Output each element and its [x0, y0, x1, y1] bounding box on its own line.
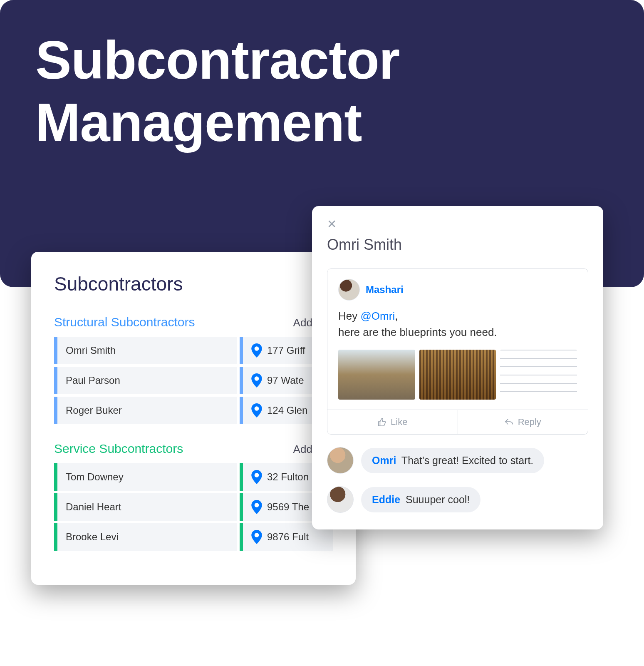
panel-title: Subcontractors — [54, 273, 333, 295]
contractor-name: Tom Downey — [54, 463, 237, 491]
contractor-name: Paul Parson — [54, 367, 237, 394]
contractor-name: Omri Smith — [54, 337, 237, 364]
reply-author[interactable]: Omri — [372, 455, 396, 466]
avatar — [327, 447, 354, 474]
map-pin-icon — [251, 403, 262, 417]
post-card: Mashari Hey @Omri, here are the blueprin… — [327, 268, 588, 435]
map-pin-icon — [251, 470, 262, 484]
attachment-thumb[interactable] — [338, 350, 415, 400]
group-service: Service Subcontractors Address Tom Downe… — [54, 442, 333, 551]
avatar — [338, 279, 360, 301]
table-row[interactable]: Tom Downey 32 Fulton — [54, 463, 333, 491]
table-row[interactable]: Paul Parson 97 Wate — [54, 367, 333, 394]
contractor-name: Roger Buker — [54, 397, 237, 424]
contractor-address: 177 Griff — [267, 345, 305, 356]
map-pin-icon — [251, 500, 262, 514]
hero-title: Subcontractor Management — [35, 29, 609, 154]
group-structural: Structural Subcontractors Address Omri S… — [54, 315, 333, 424]
reply-arrow-icon — [505, 417, 514, 427]
map-pin-icon — [251, 343, 262, 358]
map-pin-icon — [251, 373, 262, 388]
avatar — [327, 486, 354, 513]
group-title-service: Service Subcontractors — [54, 442, 183, 456]
map-pin-icon — [251, 530, 262, 544]
close-icon[interactable]: ✕ — [327, 219, 337, 230]
reply-button[interactable]: Reply — [458, 410, 588, 434]
mention[interactable]: @Omri — [360, 310, 395, 322]
contractor-address: 32 Fulton — [267, 471, 309, 483]
table-row[interactable]: Roger Buker 124 Glen — [54, 397, 333, 424]
reply-text: That's great! Excited to start. — [401, 455, 533, 466]
thumbs-up-icon — [377, 417, 386, 427]
subcontractors-panel: Subcontractors Structural Subcontractors… — [31, 252, 356, 585]
table-row[interactable]: Omri Smith 177 Griff — [54, 337, 333, 364]
attachment-thumbnails — [338, 350, 577, 400]
like-button[interactable]: Like — [327, 410, 458, 434]
contractor-address: 9569 The — [267, 501, 309, 513]
contractor-address: 124 Glen — [267, 405, 307, 416]
chat-title: Omri Smith — [327, 236, 588, 253]
reply-item: Eddie Suuuper cool! — [327, 486, 588, 513]
post-author-name[interactable]: Mashari — [366, 284, 404, 296]
attachment-thumb[interactable] — [500, 350, 577, 400]
reply-bubble: Eddie Suuuper cool! — [361, 487, 481, 512]
attachment-thumb[interactable] — [419, 350, 496, 400]
reply-author[interactable]: Eddie — [372, 494, 400, 505]
contractor-address: 97 Wate — [267, 375, 304, 386]
group-title-structural: Structural Subcontractors — [54, 315, 195, 329]
table-row[interactable]: Daniel Heart 9569 The — [54, 493, 333, 521]
contractor-name: Brooke Levi — [54, 523, 237, 551]
reply-bubble: Omri That's great! Excited to start. — [361, 448, 544, 473]
reply-text: Suuuper cool! — [406, 494, 470, 505]
table-row[interactable]: Brooke Levi 9876 Fult — [54, 523, 333, 551]
post-text: Hey @Omri, here are the blueprints you n… — [338, 308, 577, 340]
chat-panel: ✕ Omri Smith Mashari Hey @Omri, here are… — [312, 206, 603, 529]
contractor-address: 9876 Fult — [267, 531, 309, 543]
contractor-name: Daniel Heart — [54, 493, 237, 521]
reply-item: Omri That's great! Excited to start. — [327, 447, 588, 474]
